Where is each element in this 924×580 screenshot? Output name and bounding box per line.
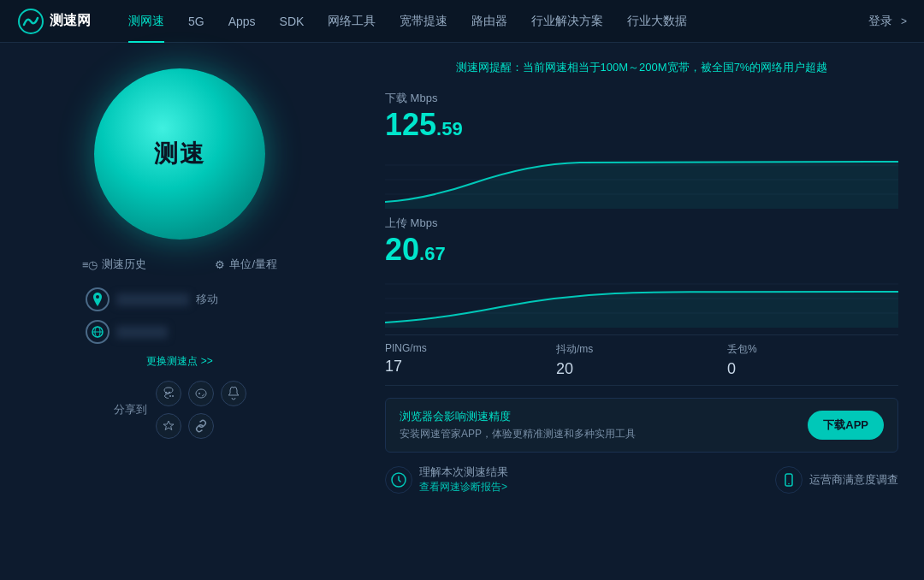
share-section: 分享到 (114, 381, 246, 439)
unit-button[interactable]: ⚙ 单位/量程 (215, 257, 277, 272)
isp-item: ███████ (86, 320, 274, 344)
alert-text: 测速网提醒：当前网速相当于100M～200M宽带，被全国 (456, 61, 734, 74)
nav-item-5g[interactable]: 5G (176, 0, 216, 43)
bottom-links: 理解本次测速结果 查看网速诊断报告> 运营商满意度调查 (385, 465, 898, 494)
svg-point-9 (198, 393, 200, 394)
share-bell-button[interactable] (221, 381, 246, 406)
loss-metric: 丢包% 0 (727, 342, 898, 378)
download-value: 125.59 (385, 108, 898, 142)
main-content: 测速 ≡◷ 测速历史 ⚙ 单位/量程 ██████████ (0, 43, 924, 580)
banner-text: 浏览器会影响测速精度 安装网速管家APP，体验更精准测速和多种实用工具 (400, 409, 799, 441)
nav-expand-icon[interactable]: > (901, 15, 907, 27)
mobile-icon (775, 466, 803, 494)
jitter-label: 抖动/ms (556, 342, 593, 357)
speed-circle-wrap: 测速 (94, 68, 265, 240)
nav-item-network-tools[interactable]: 网络工具 (316, 0, 388, 43)
logo-text: 测速网 (50, 12, 91, 30)
logo[interactable]: 测速网 (17, 8, 91, 35)
speed-button-label: 测速 (154, 138, 205, 170)
nav-items: 测网速 5G Apps SDK 网络工具 宽带提速 路由器 行业解决方案 行业大… (116, 0, 868, 43)
share-link-button[interactable] (188, 413, 214, 439)
survey-text: 运营商满意度调查 (809, 472, 898, 488)
nav-item-industry-solutions[interactable]: 行业解决方案 (519, 0, 615, 43)
upload-decimal: .67 (419, 243, 446, 264)
share-row-top (156, 381, 246, 406)
download-decimal: .59 (436, 118, 463, 139)
share-star-button[interactable] (156, 413, 181, 439)
isp-name: ███████ (116, 326, 168, 338)
unit-label: 单位/量程 (229, 257, 277, 272)
nav-item-industry-data[interactable]: 行业大数据 (615, 0, 699, 43)
metrics-row: PING/ms 17 抖动/ms 20 丢包% 0 (385, 334, 898, 386)
survey-title: 运营商满意度调查 (809, 472, 898, 488)
left-panel: 测速 ≡◷ 测速历史 ⚙ 单位/量程 ██████████ (0, 43, 359, 580)
loss-label: 丢包% (727, 342, 757, 357)
change-server-link[interactable]: 更换测速点 >> (146, 354, 212, 369)
unit-icon: ⚙ (215, 258, 225, 271)
ping-metric: PING/ms 17 (385, 342, 556, 378)
banner-desc: 安装网速管家APP，体验更精准测速和多种实用工具 (400, 427, 799, 441)
login-button[interactable]: 登录 (868, 14, 892, 29)
history-icon: ≡◷ (82, 258, 98, 271)
nav-item-broadband[interactable]: 宽带提速 (388, 0, 459, 43)
alert-bar: 测速网提醒：当前网速相当于100M～200M宽带，被全国7%的网络用户超越 (385, 60, 898, 75)
nav-item-sdk[interactable]: SDK (268, 0, 317, 43)
location-label: 移动 (196, 292, 218, 307)
download-app-banner: 浏览器会影响测速精度 安装网速管家APP，体验更精准测速和多种实用工具 下载AP… (385, 398, 898, 453)
download-app-button[interactable]: 下载APP (808, 411, 884, 440)
download-section: 下载 Mbps 125.59 (385, 91, 898, 142)
ip-address: ██████████ (116, 293, 189, 305)
alert-suffix: 的网络用户超越 (749, 61, 827, 74)
bottom-controls: ≡◷ 测速历史 ⚙ 单位/量程 (82, 257, 277, 272)
history-label: 测速历史 (102, 257, 146, 272)
diagnose-link-item[interactable]: 理解本次测速结果 查看网速诊断报告> (385, 465, 508, 494)
upload-integer: 20 (385, 232, 419, 267)
nav-item-apps[interactable]: Apps (216, 0, 268, 43)
location-pin-icon (86, 287, 110, 311)
nav-right: 登录 > (868, 14, 907, 29)
svg-point-7 (169, 395, 171, 397)
jitter-value: 20 (556, 360, 573, 378)
ping-value: 17 (385, 358, 402, 376)
download-integer: 125 (385, 107, 436, 142)
share-icons (156, 381, 246, 439)
survey-link-item[interactable]: 运营商满意度调查 (775, 466, 898, 494)
share-row-bottom (156, 413, 246, 439)
loss-value: 0 (727, 360, 736, 378)
ping-label: PING/ms (385, 342, 427, 354)
svg-point-1 (96, 295, 99, 299)
share-wechat-button[interactable] (156, 381, 181, 406)
share-weibo-button[interactable] (188, 381, 214, 406)
svg-point-18 (788, 482, 790, 484)
upload-label: 上传 Mbps (385, 216, 898, 231)
share-label: 分享到 (114, 402, 147, 417)
globe-icon (86, 320, 110, 344)
ip-location-item: ██████████ 移动 (86, 287, 274, 311)
navigation: 测速网 测网速 5G Apps SDK 网络工具 宽带提速 路由器 行业解决方案… (0, 0, 924, 43)
upload-section: 上传 Mbps 20.67 (385, 216, 898, 267)
banner-title: 浏览器会影响测速精度 (400, 409, 799, 424)
lightbulb-icon (385, 466, 412, 494)
nav-item-router[interactable]: 路由器 (459, 0, 519, 43)
upload-value: 20.67 (385, 233, 898, 267)
diagnose-link[interactable]: 查看网速诊断报告> (419, 480, 508, 494)
nav-item-speedtest[interactable]: 测网速 (116, 0, 176, 43)
upload-chart (385, 269, 898, 328)
diagnose-title: 理解本次测速结果 (419, 465, 508, 480)
logo-icon (17, 8, 44, 35)
jitter-metric: 抖动/ms 20 (556, 342, 727, 378)
right-panel: 测速网提醒：当前网速相当于100M～200M宽带，被全国7%的网络用户超越 下载… (359, 43, 924, 580)
download-label: 下载 Mbps (385, 91, 898, 106)
alert-percent: 7% (734, 61, 750, 74)
speed-button[interactable]: 测速 (94, 68, 265, 240)
history-button[interactable]: ≡◷ 测速历史 (82, 257, 147, 272)
location-info: ██████████ 移动 ███████ (86, 287, 274, 344)
download-chart (385, 151, 898, 209)
diagnose-text: 理解本次测速结果 查看网速诊断报告> (419, 465, 508, 494)
svg-point-8 (172, 395, 174, 397)
